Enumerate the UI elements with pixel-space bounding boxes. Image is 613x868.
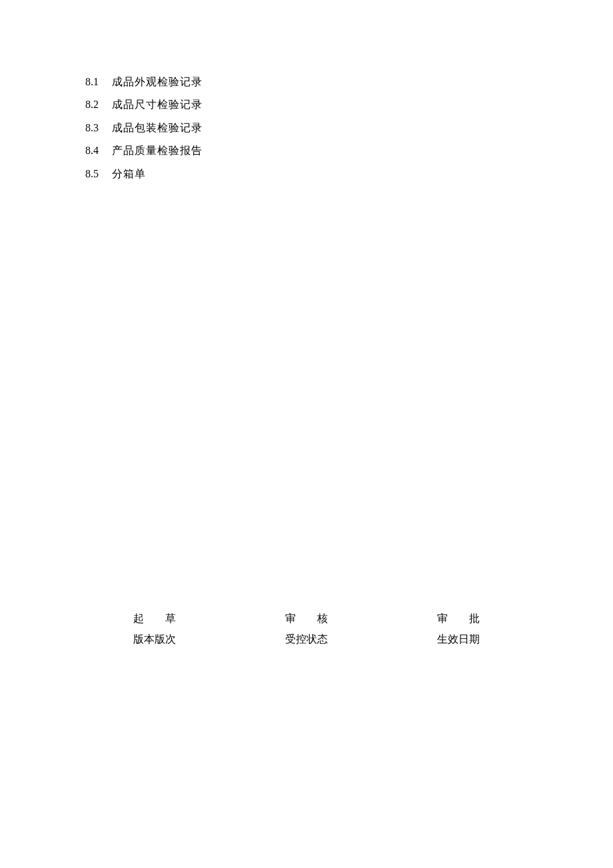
- footer-cell-effective: 生效日期: [437, 633, 480, 647]
- item-text: 分箱单: [112, 167, 146, 181]
- item-number: 8.4: [85, 143, 112, 158]
- footer-row-1: 起 草 审 核 审 批: [0, 612, 613, 626]
- item-text: 成品包装检验记录: [112, 121, 203, 135]
- item-number: 8.1: [85, 75, 112, 89]
- list-item: 8.5 分箱单: [85, 167, 203, 181]
- footer-cell-version: 版本版次: [133, 633, 176, 647]
- item-number: 8.2: [85, 97, 112, 112]
- list-item: 8.4 产品质量检验报告: [85, 143, 203, 158]
- item-number: 8.5: [85, 167, 112, 181]
- content-list: 8.1 成品外观检验记录 8.2 成品尺寸检验记录 8.3 成品包装检验记录 8…: [85, 75, 203, 189]
- list-item: 8.1 成品外观检验记录: [85, 75, 203, 89]
- footer-block: 起 草 审 核 审 批 版本版次 受控状态 生效日期: [0, 612, 613, 653]
- item-text: 成品外观检验记录: [112, 75, 203, 89]
- item-number: 8.3: [85, 121, 112, 135]
- footer-row-2: 版本版次 受控状态 生效日期: [0, 633, 613, 647]
- list-item: 8.3 成品包装检验记录: [85, 121, 203, 135]
- footer-cell-controlled: 受控状态: [285, 633, 328, 647]
- item-text: 成品尺寸检验记录: [112, 97, 203, 112]
- footer-cell-review: 审 核: [285, 612, 328, 626]
- item-text: 产品质量检验报告: [112, 143, 203, 158]
- list-item: 8.2 成品尺寸检验记录: [85, 97, 203, 112]
- footer-cell-approve: 审 批: [437, 612, 480, 626]
- footer-cell-draft: 起 草: [133, 612, 176, 626]
